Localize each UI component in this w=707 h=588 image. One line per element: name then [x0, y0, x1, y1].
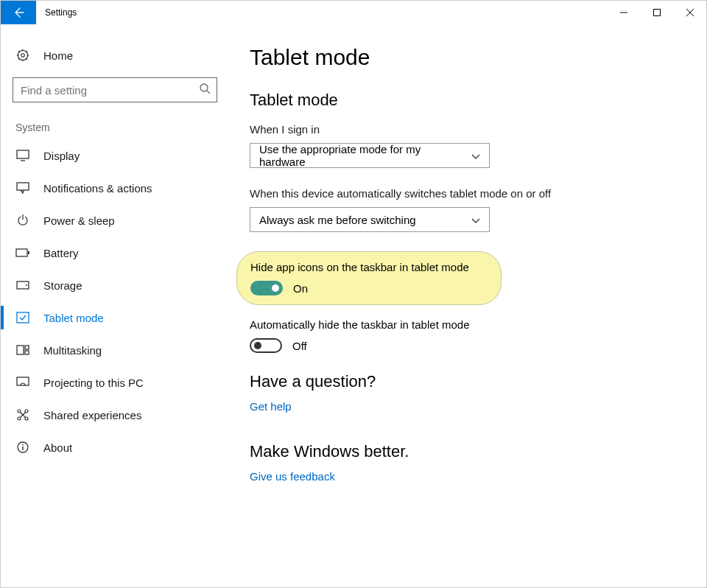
- svg-rect-20: [16, 249, 27, 256]
- back-arrow-icon: [13, 7, 24, 18]
- chevron-down-icon: [471, 214, 480, 226]
- search-icon: [199, 83, 211, 97]
- svg-rect-16: [17, 150, 29, 158]
- get-help-link[interactable]: Get help: [250, 400, 686, 413]
- sidebar-item-projecting[interactable]: Projecting to this PC: [1, 366, 229, 399]
- sidebar-item-label: Shared experiences: [43, 409, 141, 421]
- auto-switch-label: When this device automatically switches …: [250, 187, 686, 200]
- sidebar-item-battery[interactable]: Battery: [1, 237, 229, 269]
- svg-rect-1: [653, 10, 660, 16]
- sidebar-home-label: Home: [43, 49, 73, 62]
- sidebar-item-storage[interactable]: Storage: [1, 269, 229, 301]
- sidebar-item-label: Storage: [43, 279, 82, 292]
- hide-app-icons-setting: Hide app icons on the taskbar in tablet …: [236, 251, 502, 305]
- battery-icon: [15, 248, 30, 257]
- svg-point-5: [21, 54, 25, 57]
- power-icon: [15, 214, 30, 226]
- sign-in-dropdown-value: Use the appropriate mode for my hardware: [259, 143, 464, 168]
- auto-switch-dropdown[interactable]: Always ask me before switching: [250, 207, 490, 232]
- svg-point-29: [18, 410, 21, 413]
- search-input[interactable]: [21, 84, 191, 97]
- auto-hide-taskbar-setting: Automatically hide the taskbar in tablet…: [250, 318, 686, 353]
- auto-hide-taskbar-label: Automatically hide the taskbar in tablet…: [250, 318, 686, 331]
- sidebar-home[interactable]: Home: [1, 39, 229, 71]
- projecting-icon: [15, 377, 30, 388]
- titlebar: Settings: [1, 1, 706, 24]
- sidebar-item-shared-experiences[interactable]: Shared experiences: [1, 399, 229, 431]
- svg-rect-21: [28, 251, 29, 254]
- shared-experiences-icon: [15, 409, 30, 421]
- hide-app-icons-state: On: [293, 282, 308, 295]
- svg-point-31: [18, 417, 21, 420]
- sidebar-item-label: Notifications & actions: [43, 182, 152, 195]
- svg-rect-25: [17, 346, 24, 354]
- sidebar-item-display[interactable]: Display: [1, 139, 229, 172]
- sidebar-item-multitasking[interactable]: Multitasking: [1, 334, 229, 366]
- sidebar: Home System Display Notifications & acti…: [1, 24, 229, 587]
- sidebar-item-tablet-mode[interactable]: Tablet mode: [1, 301, 229, 334]
- sidebar-section-label: System: [1, 116, 229, 139]
- minimize-icon: [620, 9, 627, 16]
- svg-rect-26: [25, 346, 29, 349]
- svg-point-14: [200, 84, 208, 91]
- close-icon: [686, 9, 694, 16]
- auto-switch-dropdown-value: Always ask me before switching: [259, 214, 416, 226]
- window-title: Settings: [36, 1, 77, 24]
- maximize-icon: [653, 9, 661, 16]
- make-windows-better-heading: Make Windows better.: [250, 442, 686, 461]
- give-feedback-link[interactable]: Give us feedback: [250, 470, 686, 483]
- tablet-mode-icon: [15, 312, 30, 323]
- auto-hide-taskbar-toggle[interactable]: [250, 338, 282, 353]
- notifications-icon: [15, 182, 30, 194]
- maximize-button[interactable]: [640, 1, 673, 24]
- page-title: Tablet mode: [250, 45, 686, 70]
- close-button[interactable]: [673, 1, 706, 24]
- sidebar-item-power-sleep[interactable]: Power & sleep: [1, 204, 229, 237]
- minimize-button[interactable]: [607, 1, 640, 24]
- chevron-down-icon: [471, 150, 480, 162]
- sign-in-label: When I sign in: [250, 123, 686, 136]
- sidebar-item-about[interactable]: About: [1, 431, 229, 463]
- svg-point-23: [26, 284, 27, 286]
- tablet-mode-subheading: Tablet mode: [250, 91, 686, 110]
- sidebar-item-label: Tablet mode: [43, 312, 104, 324]
- multitasking-icon: [15, 345, 30, 355]
- auto-hide-taskbar-state: Off: [292, 340, 307, 352]
- svg-rect-28: [17, 377, 29, 385]
- question-heading: Have a question?: [250, 372, 686, 391]
- hide-app-icons-label: Hide app icons on the taskbar in tablet …: [250, 261, 488, 273]
- svg-point-37: [22, 444, 24, 446]
- svg-point-30: [25, 410, 28, 413]
- sidebar-item-label: Projecting to this PC: [43, 377, 144, 389]
- hide-app-icons-toggle[interactable]: [250, 281, 283, 295]
- about-icon: [15, 441, 30, 453]
- svg-rect-24: [17, 312, 29, 323]
- sidebar-item-notifications[interactable]: Notifications & actions: [1, 172, 229, 204]
- display-icon: [15, 150, 30, 161]
- back-button[interactable]: [1, 1, 36, 24]
- svg-line-15: [207, 91, 210, 94]
- sidebar-item-label: Power & sleep: [43, 214, 115, 227]
- svg-rect-18: [17, 183, 29, 190]
- svg-rect-27: [25, 351, 29, 354]
- sidebar-item-label: Multitasking: [43, 344, 102, 357]
- sidebar-item-label: About: [43, 441, 72, 454]
- home-icon: [15, 49, 30, 62]
- svg-point-32: [25, 417, 28, 420]
- sign-in-dropdown[interactable]: Use the appropriate mode for my hardware: [250, 143, 490, 168]
- storage-icon: [15, 281, 30, 290]
- search-box[interactable]: [13, 77, 217, 102]
- sidebar-item-label: Display: [43, 150, 80, 162]
- main-content: Tablet mode Tablet mode When I sign in U…: [229, 24, 706, 587]
- sidebar-item-label: Battery: [43, 247, 79, 259]
